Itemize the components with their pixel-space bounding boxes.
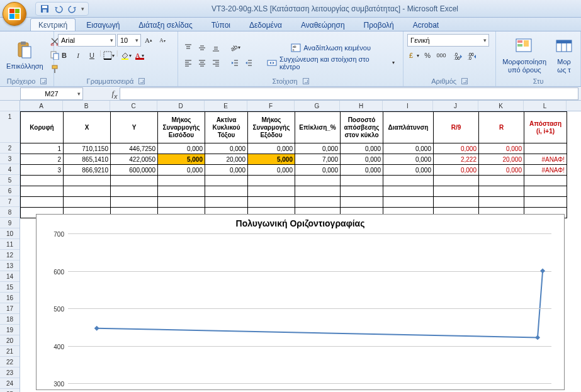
row-header-10[interactable]: 10 [0, 228, 20, 239]
format-as-table-button[interactable]: Μορ ως τ [551, 35, 577, 74]
align-bottom-button[interactable] [210, 42, 222, 54]
col-header-D[interactable]: D [157, 101, 205, 111]
hdr-y[interactable]: Y [111, 112, 158, 143]
undo-icon[interactable] [54, 4, 64, 14]
bold-button[interactable]: B [58, 49, 71, 62]
col-header-J[interactable]: J [433, 101, 478, 111]
name-box[interactable]: M27 [20, 87, 83, 100]
col-header-B[interactable]: B [63, 101, 110, 111]
row-header-1[interactable]: 1 [0, 111, 20, 143]
col-header-H[interactable]: H [340, 101, 383, 111]
row-header-15[interactable]: 15 [0, 282, 20, 293]
col-header-I[interactable]: I [383, 101, 433, 111]
align-center-button[interactable] [196, 57, 208, 69]
hdr-dist[interactable]: Απόσταση (i, i+1) [524, 112, 567, 143]
col-header-G[interactable]: G [295, 101, 340, 111]
number-dialog-launcher[interactable] [461, 78, 468, 84]
increase-decimal-button[interactable]: .0.00 [453, 49, 465, 62]
paste-button[interactable]: Επικόλληση [4, 40, 46, 71]
row-header-13[interactable]: 13 [0, 260, 20, 271]
number-format-combo[interactable]: Γενική [407, 34, 489, 47]
fill-color-button[interactable]: ▾ [120, 49, 132, 62]
merge-center-button[interactable]: Συγχώνευση και στοίχιση στο κέντρο▾ [262, 57, 399, 69]
row-header-4[interactable]: 4 [0, 164, 20, 175]
wrap-text-button[interactable]: abc Αναδίπλωση κειμένου [262, 42, 399, 54]
row-header-14[interactable]: 14 [0, 271, 20, 282]
hdr-radius[interactable]: Ακτίνα Κυκλικού Τόξου [205, 112, 248, 143]
tab-acrobat[interactable]: Acrobat [405, 18, 447, 31]
save-icon[interactable] [40, 4, 50, 14]
col-header-F[interactable]: F [247, 101, 295, 111]
row-header-5[interactable]: 5 [0, 175, 20, 186]
row-header-22[interactable]: 22 [0, 357, 20, 367]
conditional-formatting-button[interactable]: Μορφοποίηση υπό όρους [500, 35, 549, 74]
col-header-A[interactable]: A [20, 101, 63, 111]
row-header-25[interactable]: 25 [0, 389, 20, 392]
tab-view[interactable]: Προβολή [356, 18, 402, 31]
align-left-button[interactable] [182, 57, 195, 69]
col-header-K[interactable]: K [478, 101, 524, 111]
redo-icon[interactable] [67, 4, 77, 14]
embedded-chart[interactable]: Πολυγωνική Οριζοντιογραφίας 700 600 500 … [36, 214, 565, 390]
tab-review[interactable]: Αναθεώρηση [293, 18, 353, 31]
tab-home[interactable]: Κεντρική [30, 18, 76, 31]
col-header-E[interactable]: E [205, 101, 247, 111]
decrease-font-button[interactable]: A▾ [156, 34, 169, 47]
row-header-23[interactable]: 23 [0, 367, 20, 378]
row-header-11[interactable]: 11 [0, 239, 20, 250]
hdr-r9[interactable]: R/9 [434, 112, 479, 143]
font-color-button[interactable]: A▾ [133, 49, 146, 62]
hdr-x[interactable]: X [64, 112, 111, 143]
office-button[interactable] [3, 2, 26, 26]
percent-button[interactable]: % [421, 49, 434, 62]
increase-font-button[interactable]: A▴ [142, 34, 155, 47]
font-name-combo[interactable]: Arial [58, 34, 116, 47]
row-header-16[interactable]: 16 [0, 293, 20, 303]
row-header-7[interactable]: 7 [0, 196, 20, 207]
row-header-8[interactable]: 8 [0, 207, 20, 218]
row-header-12[interactable]: 12 [0, 250, 20, 260]
hdr-runoff[interactable]: Ποσοστό απόσβεσης στον κύκλο [341, 112, 383, 143]
border-button[interactable]: ▾ [103, 49, 115, 62]
hdr-entry-trans[interactable]: Μήκος Συναρμογής Εισόδου [158, 112, 205, 143]
decrease-indent-button[interactable] [228, 57, 241, 69]
row-header-21[interactable]: 21 [0, 346, 20, 357]
font-dialog-launcher[interactable] [138, 78, 145, 84]
align-top-button[interactable] [182, 42, 195, 54]
row-header-3[interactable]: 3 [0, 154, 20, 164]
clipboard-dialog-launcher[interactable] [40, 78, 47, 84]
increase-indent-button[interactable] [242, 57, 255, 69]
row-header-6[interactable]: 6 [0, 186, 20, 196]
alignment-dialog-launcher[interactable] [303, 78, 309, 84]
comma-button[interactable]: 000 [435, 49, 448, 62]
hdr-superelev[interactable]: Επίκλιση_% [295, 112, 341, 143]
row-header-17[interactable]: 17 [0, 303, 20, 314]
italic-button[interactable]: I [72, 49, 84, 62]
hdr-widening[interactable]: Διαπλάτυνση [383, 112, 434, 143]
row-header-24[interactable]: 24 [0, 378, 20, 389]
col-header-C[interactable]: C [110, 101, 157, 111]
align-right-button[interactable] [210, 57, 222, 69]
accounting-format-button[interactable]: ₤▾ [407, 49, 420, 62]
tab-insert[interactable]: Εισαγωγή [78, 18, 128, 31]
hdr-exit-trans[interactable]: Μήκος Συναρμογής Εξόδου [248, 112, 295, 143]
fx-icon[interactable]: fx [110, 89, 120, 99]
font-size-combo[interactable]: 10 [117, 34, 141, 47]
col-header-L[interactable]: L [524, 101, 567, 111]
qat-dropdown-icon[interactable]: ▾ [81, 6, 84, 12]
row-header-9[interactable]: 9 [0, 218, 20, 228]
tab-formulas[interactable]: Τύποι [203, 18, 239, 31]
tab-pagelayout[interactable]: Διάταξη σελίδας [130, 18, 200, 31]
formula-bar[interactable] [120, 87, 578, 100]
row-header-2[interactable]: 2 [0, 143, 20, 154]
align-middle-button[interactable] [196, 42, 208, 54]
row-header-20[interactable]: 20 [0, 335, 20, 346]
hdr-vertex[interactable]: Κορυφή [21, 112, 64, 143]
tab-data[interactable]: Δεδομένα [241, 18, 290, 31]
orientation-button[interactable]: ab▾ [228, 42, 241, 54]
underline-button[interactable]: U [86, 49, 98, 62]
decrease-decimal-button[interactable]: .00.0 [466, 49, 479, 62]
row-header-18[interactable]: 18 [0, 314, 20, 325]
hdr-r[interactable]: R [479, 112, 524, 143]
row-header-19[interactable]: 19 [0, 325, 20, 335]
